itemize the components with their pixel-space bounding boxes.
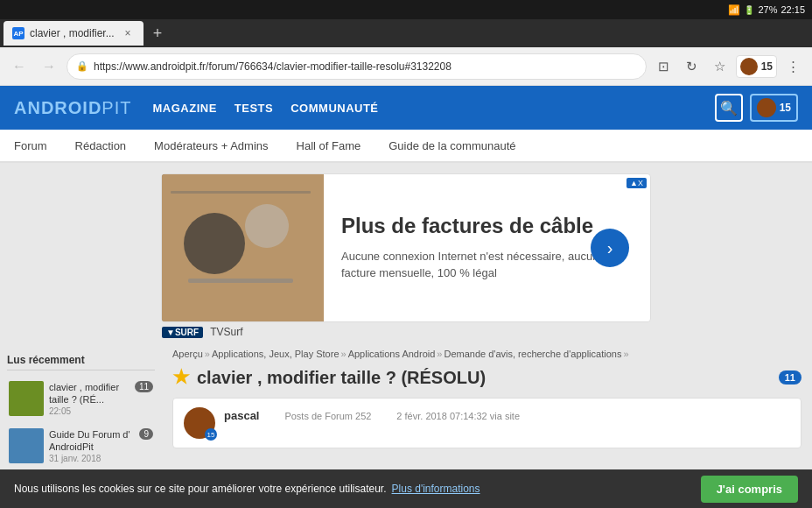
sidebar-time-2: 31 janv. 2018 [49, 454, 153, 463]
nav-magazine[interactable]: MAGAZINE [152, 102, 216, 115]
ad-image [162, 174, 324, 321]
url-text[interactable]: https://www.androidpit.fr/forum/766634/c… [94, 60, 452, 73]
breadcrumb-sep-2: » [341, 349, 346, 359]
header-avatar [757, 98, 776, 117]
sidebar-info-1: 11 clavier , modifier taille ? (RÉ... 22… [49, 381, 153, 416]
battery-level: 27% [758, 4, 777, 15]
sidebar-thumb-1 [9, 381, 44, 416]
breadcrumb-sep-3: » [437, 349, 442, 359]
status-bar: 📶 🔋 27% 22:15 [0, 0, 812, 19]
ad-badge: ▲X [626, 178, 647, 188]
forum-title: ★ clavier , modifier taille ? (RÉSOLU) 1… [172, 366, 802, 389]
tab-close-button[interactable]: × [121, 26, 135, 40]
forum-title-text: clavier , modifier taille ? (RÉSOLU) [197, 368, 486, 388]
ad-banner: ▲X Plus de factures de câble Aucune conn… [161, 173, 651, 322]
cookie-text: Nous utilisons les cookies sur ce site p… [14, 483, 387, 495]
favorite-icon[interactable]: ★ [172, 366, 190, 389]
wifi-icon: 📶 [728, 4, 740, 16]
header-profile-button[interactable]: 15 [750, 94, 798, 122]
reader-mode-button[interactable]: ⊡ [652, 54, 676, 79]
main-content: ▲X Plus de factures de câble Aucune conn… [0, 163, 812, 499]
cookie-banner: Nous utilisons les cookies sur ce site p… [0, 469, 812, 508]
profile-count: 15 [761, 60, 773, 73]
breadcrumb-android[interactable]: Applications Android [348, 349, 436, 359]
site-header: ANDROIDPIT MAGAZINE TESTS COMMUNAUTÉ 🔍 1… [0, 86, 812, 130]
cookie-accept-button[interactable]: J'ai compris [701, 476, 798, 503]
toolbar-icons: ⊡ ↻ ☆ 15 ⋮ [652, 54, 805, 79]
search-icon: 🔍 [720, 100, 738, 116]
more-button[interactable]: ⋮ [780, 54, 805, 79]
post-card: 15 pascal Posts de Forum 252 2 févr. 201… [172, 398, 802, 448]
nav-tests[interactable]: TESTS [234, 102, 273, 115]
sidebar-badge-2: 9 [139, 428, 153, 440]
profile-button[interactable]: 15 [736, 55, 777, 78]
sub-nav: Forum Rédaction Modérateurs + Admins Hal… [0, 130, 812, 163]
ad-brand-row: ▼SURF TVSurf [0, 326, 812, 338]
sidebar-badge-1: 11 [135, 381, 153, 392]
new-tab-button[interactable]: + [147, 23, 168, 44]
sidebar-item-2[interactable]: 9 Guide Du Forum d' AndroidPit 31 janv. … [7, 425, 155, 467]
subnav-redaction[interactable]: Rédaction [61, 131, 141, 163]
avatar [740, 58, 758, 75]
back-button[interactable]: ← [7, 54, 32, 79]
url-bar[interactable]: 🔒 https://www.androidpit.fr/forum/766634… [66, 53, 647, 80]
subnav-moderateurs[interactable]: Modérateurs + Admins [140, 131, 282, 163]
header-profile-count: 15 [780, 102, 791, 114]
subnav-guide[interactable]: Guide de la communauté [374, 131, 529, 163]
tab-favicon: AP [12, 27, 24, 39]
ad-container: ▲X Plus de factures de câble Aucune conn… [0, 163, 812, 331]
address-bar: ← → 🔒 https://www.androidpit.fr/forum/76… [0, 47, 812, 86]
battery-icon: 🔋 [744, 5, 754, 15]
ssl-lock-icon: 🔒 [76, 60, 88, 72]
post-avatar-level: 15 [205, 428, 217, 441]
post-count-badge: 11 [779, 370, 802, 385]
breadcrumb-apps[interactable]: Applications, Jeux, Play Store [212, 349, 340, 359]
site-logo[interactable]: ANDROIDPIT [14, 98, 131, 118]
site-nav: MAGAZINE TESTS COMMUNAUTÉ [152, 102, 378, 115]
breadcrumb-sep-1: » [205, 349, 210, 359]
clock: 22:15 [780, 4, 805, 15]
post-forum-info: Posts de Forum 252 [284, 411, 371, 421]
ad-description: Aucune connexion Internet n'est nécessai… [341, 248, 633, 282]
nav-communaute[interactable]: COMMUNAUTÉ [290, 102, 378, 115]
search-button[interactable]: 🔍 [715, 94, 743, 122]
logo-bold: ANDROID [14, 98, 102, 117]
sidebar-time-1: 22:05 [49, 406, 153, 416]
breadcrumb-apercu[interactable]: Aperçu [172, 349, 203, 359]
breadcrumb-demande[interactable]: Demande d'avis, recherche d'applications [444, 349, 621, 359]
sidebar-info-2: 9 Guide Du Forum d' AndroidPit 31 janv. … [49, 428, 153, 463]
ad-cta-button[interactable]: › [591, 229, 629, 267]
bookmark-button[interactable]: ☆ [708, 54, 732, 79]
breadcrumb-sep-4: » [623, 349, 628, 359]
ad-title: Plus de factures de câble [341, 214, 633, 239]
status-icons: 📶 🔋 27% 22:15 [728, 4, 805, 16]
post-meta: pascal Posts de Forum 252 2 févr. 2018 0… [224, 407, 790, 423]
tab-bar: AP clavier , modifier... × + [0, 19, 812, 47]
sidebar-thumb-2 [9, 428, 44, 463]
refresh-button[interactable]: ↻ [680, 54, 704, 79]
sidebar-title: Lus récemment [7, 350, 155, 370]
ad-logo: ▼SURF [162, 327, 203, 338]
ad-brand: TVSurf [210, 326, 242, 338]
post-date: 2 févr. 2018 07:14:32 via site [396, 411, 520, 421]
tab-title: clavier , modifier... [30, 27, 115, 39]
sidebar-item-1[interactable]: 11 clavier , modifier taille ? (RÉ... 22… [7, 377, 155, 420]
breadcrumb: Aperçu » Applications, Jeux, Play Store … [172, 349, 802, 359]
post-avatar: 15 [184, 407, 215, 439]
logo-light: PIT [102, 98, 131, 117]
forward-button[interactable]: → [37, 54, 61, 79]
post-author: pascal [224, 409, 259, 422]
subnav-forum[interactable]: Forum [14, 131, 61, 163]
ad-image-overlay [162, 174, 324, 321]
subnav-hall-of-fame[interactable]: Hall of Fame [283, 131, 375, 163]
cookie-link[interactable]: Plus d'informations [392, 483, 480, 495]
site-header-right: 🔍 15 [715, 94, 798, 122]
browser-tab[interactable]: AP clavier , modifier... × [4, 21, 144, 46]
sidebar-title-2: Guide Du Forum d' AndroidPit [49, 428, 153, 454]
